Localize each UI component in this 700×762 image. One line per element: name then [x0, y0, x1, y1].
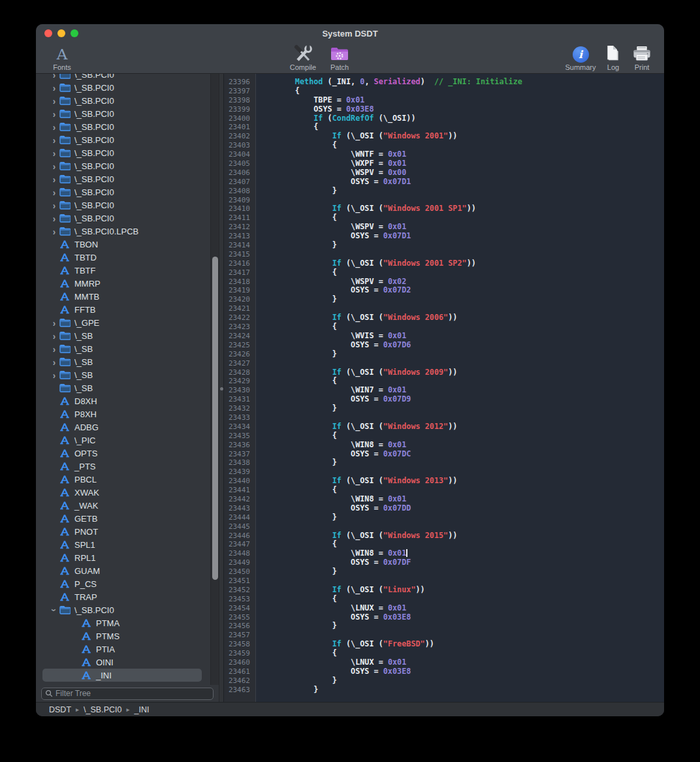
tree-item-_pic[interactable]: \_PIC [42, 434, 202, 447]
tree-item-_sb.pci0[interactable]: ›\_SB.PCI0 [42, 133, 202, 146]
tree-item-label: MMRP [72, 279, 101, 289]
tree-item-d8xh[interactable]: D8XH [42, 394, 202, 407]
method-icon [59, 239, 72, 249]
tree-item-_sb.pci0[interactable]: ›\_SB.PCI0 [42, 146, 202, 159]
code-line: 23422 If (\_OSI ("Windows 2006")) [224, 313, 664, 323]
chevron-right-icon[interactable]: › [49, 227, 59, 236]
tree-item-_sb.pci0[interactable]: ›\_SB.PCI0 [42, 74, 202, 81]
breadcrumb-item[interactable]: \_SB.PCI0 [84, 705, 121, 714]
breadcrumb-item[interactable]: DSDT [49, 705, 71, 714]
code-editor[interactable]: 23396 Method (_INI, 0, Serialized) // _I… [224, 74, 664, 702]
tree-item-_gpe[interactable]: ›\_GPE [42, 316, 202, 329]
chevron-right-icon[interactable]: › [49, 214, 59, 223]
tree-item-mmrp[interactable]: MMRP [42, 277, 202, 290]
chevron-right-icon[interactable]: › [49, 83, 59, 93]
tree-item-getb[interactable]: GETB [42, 512, 202, 525]
tree-item-ptma[interactable]: PTMA [42, 616, 202, 629]
chevron-right-icon[interactable]: › [49, 344, 59, 354]
chevron-right-icon[interactable]: › [49, 200, 59, 210]
method-icon [59, 461, 72, 471]
tree-item-_sb.pci0[interactable]: ›\_SB.PCI0 [42, 185, 202, 198]
divider-handle[interactable] [220, 387, 223, 390]
method-icon [59, 252, 72, 262]
tree-item-_sb.pci0.lpcb[interactable]: ›\_SB.PCI0.LPCB [42, 225, 202, 238]
chevron-right-icon[interactable]: › [49, 109, 59, 119]
code-text [253, 196, 258, 205]
sidebar-scrollbar-thumb[interactable] [212, 257, 218, 580]
tree-item-_sb[interactable]: ›\_SB [42, 355, 202, 368]
tree-item-_sb[interactable]: \_SB [42, 381, 202, 394]
tree-item-opts[interactable]: OPTS [42, 447, 202, 460]
sidebar-tree[interactable]: ›\_SB.PCI0›\_SB.PCI0›\_SB.PCI0›\_SB.PCI0… [36, 74, 219, 685]
tree-item-_ini[interactable]: _INI [42, 669, 202, 682]
fonts-button[interactable]: A Fonts [44, 42, 80, 71]
chevron-right-icon[interactable]: › [49, 161, 59, 171]
tree-item-_sb[interactable]: ›\_SB [42, 329, 202, 342]
tree-item-_sb[interactable]: ›\_SB [42, 368, 202, 381]
tree-item-_sb.pci0[interactable]: ›\_SB.PCI0 [42, 81, 202, 94]
filter-tree-input[interactable] [56, 689, 210, 698]
filter-field[interactable] [41, 688, 214, 700]
chevron-right-icon[interactable]: › [49, 148, 59, 158]
breadcrumb-item[interactable]: _INI [134, 705, 149, 714]
tree-item-adbg[interactable]: ADBG [42, 421, 202, 434]
tree-item-_sb.pci0[interactable]: ›\_SB.PCI0 [42, 198, 202, 212]
tree-item-xwak[interactable]: XWAK [42, 486, 202, 499]
chevron-right-icon[interactable]: › [49, 318, 59, 328]
tree-item-rpl1[interactable]: RPL1 [42, 551, 202, 564]
title-bar[interactable]: System DSDT [36, 24, 664, 42]
pane-divider[interactable] [219, 74, 224, 702]
code-line: 23398 TBPE = 0x01 [224, 96, 664, 105]
tree-item-p8xh[interactable]: P8XH [42, 407, 202, 421]
tree-item-_sb.pci0[interactable]: ›\_SB.PCI0 [42, 159, 202, 172]
tree-item-_sb.pci0[interactable]: ›\_SB.PCI0 [42, 107, 202, 120]
chevron-down-icon[interactable]: › [50, 605, 59, 615]
tree-item-tbtf[interactable]: TBTF [42, 264, 202, 277]
tree-item-_sb.pci0[interactable]: ›\_SB.PCI0 [42, 212, 202, 225]
line-number: 23430 [224, 386, 253, 395]
tree-item-pbcl[interactable]: PBCL [42, 473, 202, 486]
summary-button[interactable]: i Summary [562, 42, 599, 71]
line-number: 23433 [224, 413, 253, 422]
tree-item-ptms[interactable]: PTMS [42, 629, 202, 643]
tree-item-_sb.pci0[interactable]: ›\_SB.PCI0 [42, 120, 202, 133]
compile-button[interactable]: Compile [285, 42, 321, 71]
tree-item-guam[interactable]: GUAM [42, 564, 202, 577]
tree-item-pnot[interactable]: PNOT [42, 525, 202, 538]
tree-item-_sb[interactable]: ›\_SB [42, 342, 202, 355]
chevron-right-icon[interactable]: › [49, 174, 59, 184]
sidebar-scrollbar-track[interactable] [210, 74, 219, 685]
tree-item-trap[interactable]: TRAP [42, 590, 202, 603]
chevron-right-icon[interactable]: › [49, 135, 59, 145]
code-line: 23405 \WXPF = 0x01 [224, 159, 664, 168]
tree-item-oini[interactable]: OINI [42, 656, 202, 669]
chevron-right-icon[interactable]: › [49, 370, 59, 380]
tree-item-mmtb[interactable]: MMTB [42, 290, 202, 303]
tree-item-tbon[interactable]: TBON [42, 238, 202, 251]
code-line: 23453 { [224, 595, 664, 604]
print-button[interactable]: Print [628, 42, 656, 71]
code-text: If (\_OSI ("Linux")) [253, 586, 425, 595]
line-number: 23443 [224, 504, 253, 513]
chevron-right-icon[interactable]: › [49, 331, 59, 341]
tree-item-_sb.pci0[interactable]: ›\_SB.PCI0 [42, 94, 202, 107]
code-line: 23415 [224, 250, 664, 259]
tree-item-fftb[interactable]: FFTB [42, 303, 202, 316]
patch-button[interactable]: Patch [321, 42, 358, 71]
log-button[interactable]: Log [599, 42, 628, 71]
line-number: 23422 [224, 313, 253, 323]
tree-item-_sb.pci0[interactable]: ›\_SB.PCI0 [42, 603, 202, 616]
tree-item-ptia[interactable]: PTIA [42, 643, 202, 656]
tree-item-_wak[interactable]: _WAK [42, 499, 202, 512]
tree-item-p_cs[interactable]: P_CS [42, 577, 202, 590]
chevron-right-icon[interactable]: › [49, 74, 59, 79]
tree-item-tbtd[interactable]: TBTD [42, 251, 202, 264]
chevron-right-icon[interactable]: › [49, 122, 59, 132]
tree-item-_pts[interactable]: _PTS [42, 460, 202, 473]
chevron-right-icon[interactable]: › [49, 357, 59, 367]
tree-item-_sb.pci0[interactable]: ›\_SB.PCI0 [42, 172, 202, 185]
tree-item-spl1[interactable]: SPL1 [42, 538, 202, 551]
tree-rows: ›\_SB.PCI0›\_SB.PCI0›\_SB.PCI0›\_SB.PCI0… [36, 74, 219, 682]
chevron-right-icon[interactable]: › [49, 187, 59, 197]
chevron-right-icon[interactable]: › [49, 96, 59, 106]
